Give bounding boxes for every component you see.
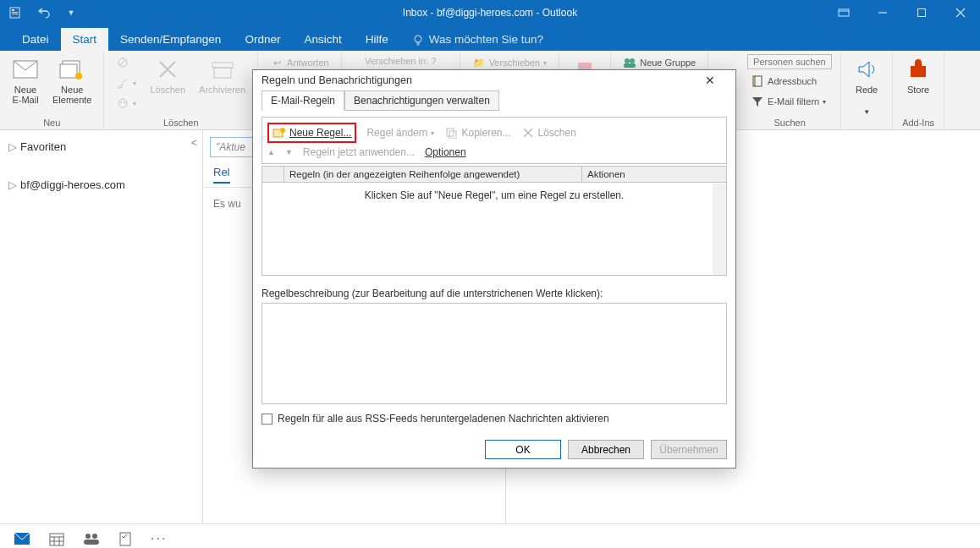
apply-button[interactable]: Übernehmen [651,440,727,459]
svg-point-22 [625,58,630,63]
dialog-toolbar: Neue Regel... Regel ändern ▾ Kopieren...… [262,117,727,164]
addressbook-button[interactable]: Adressbuch [747,73,832,90]
apply-rules-now-button[interactable]: Regeln jetzt anwenden... [303,146,415,158]
minimize-button[interactable] [863,0,902,25]
reply-label: Antworten [287,58,329,68]
more-nav-icon[interactable]: ··· [151,531,167,546]
options-button[interactable]: Optionen [425,146,466,158]
svg-rect-4 [839,9,849,16]
change-rule-button[interactable]: Regel ändern ▾ [366,127,434,139]
svg-point-44 [280,128,285,133]
expand-caret-icon: ▷ [8,178,17,191]
ribbon-group-rede: Rede▼ [841,51,893,129]
copy-rule-label: Kopieren... [461,127,510,139]
svg-point-7 [415,36,421,42]
group-label-suchen: Suchen [774,118,805,129]
expand-caret-icon: ▷ [8,140,17,153]
delete-rule-button[interactable]: Löschen [521,126,576,140]
collapse-pane-icon[interactable]: < [191,137,197,149]
tab-hilfe[interactable]: Hilfe [354,28,400,51]
ok-button[interactable]: OK [485,440,561,459]
dialog-close-button[interactable]: ✕ [693,74,727,87]
calendar-nav-icon[interactable] [49,531,64,546]
addressbook-label: Adressbuch [768,76,817,86]
new-group-button[interactable]: Neue Gruppe [619,54,699,71]
svg-rect-6 [918,9,926,17]
table-header: Regeln (in der angezeigten Reihenfolge a… [262,167,726,183]
close-button[interactable] [941,0,980,25]
speak-button[interactable]: Rede▼ [850,54,884,118]
group-label-loeschen: Löschen [163,118,199,129]
junk-button[interactable]: ▾ [113,95,140,112]
archive-button[interactable]: Archivieren [195,54,249,96]
copy-icon [444,126,458,140]
ribbon-options-icon[interactable] [824,0,863,25]
tab-datei[interactable]: Datei [10,28,61,51]
move-to-button[interactable]: Verschieben in: ? [361,54,439,68]
rss-checkbox[interactable] [262,414,273,425]
group-label-addins: Add-Ins [902,118,934,129]
delete-button[interactable]: Löschen [146,54,189,96]
dialog-body: Neue Regel... Regel ändern ▾ Kopieren...… [253,110,735,431]
nav-bar: ··· [0,523,980,548]
options-label: Optionen [425,146,466,158]
move-label: Verschieben [489,58,541,68]
folder-move-icon: 📁 [472,56,486,69]
tab-email-rules[interactable]: E-Mail-Regeln [262,90,344,111]
move-down-button[interactable]: ▼ [285,148,293,156]
rules-table: Regeln (in der angezeigten Reihenfolge a… [262,166,727,276]
tab-ansicht[interactable]: Ansicht [292,28,353,51]
reply-button[interactable]: ↩Antworten [267,54,333,71]
new-rule-button[interactable]: Neue Regel... [267,123,356,143]
svg-rect-46 [449,131,456,139]
delete-label: Löschen [150,85,185,95]
people-search-input[interactable]: Personen suchen [747,54,832,69]
tell-me[interactable]: Was möchten Sie tun? [400,28,555,51]
new-email-button[interactable]: Neue E-Mail [8,54,42,107]
svg-rect-3 [12,14,18,14]
favorites-row[interactable]: ▷Favoriten [0,135,202,158]
store-button[interactable]: Store [901,54,935,96]
mail-nav-icon[interactable] [14,532,30,545]
undo-icon[interactable] [34,3,54,23]
archive-icon [209,56,236,83]
table-scrollbar[interactable] [713,184,726,275]
ribbon-group-addins: Store Add-Ins [893,51,944,129]
tab-senden[interactable]: Senden/Empfangen [108,28,233,51]
qat-dropdown-icon[interactable]: ▼ [61,3,81,23]
svg-rect-2 [12,12,18,13]
dialog-tabs: E-Mail-Regeln Benachrichtigungen verwalt… [253,90,735,110]
copy-rule-button[interactable]: Kopieren... [444,126,510,140]
svg-point-16 [118,99,127,107]
account-row[interactable]: ▷bf@diggi-heroes.com [0,173,202,196]
empty-table-hint: Klicken Sie auf "Neue Regel", um eine Re… [262,183,726,208]
search-placeholder: "Aktue [216,141,245,153]
svg-rect-12 [60,64,77,78]
rss-checkbox-row[interactable]: Regeln für alle aus RSS-Feeds herunterge… [262,413,727,425]
move-up-button[interactable]: ▲ [267,148,275,156]
tab-ordner[interactable]: Ordner [233,28,292,51]
move-button[interactable]: 📁Verschieben▾ [469,54,551,71]
filter-label: E-Mail filtern [768,96,819,107]
filter-email-button[interactable]: E-Mail filtern▾ [747,93,832,110]
tab-notifications[interactable]: Benachrichtigungen verwalten [344,90,499,111]
folder-pane: ▷Favoriten ▷bf@diggi-heroes.com < [0,130,203,523]
ignore-icon [116,56,129,69]
app-icon [7,3,27,23]
svg-point-13 [75,73,82,79]
ignore-button[interactable] [113,54,140,71]
new-rule-icon [273,126,286,140]
cleanup-button[interactable]: ▾ [113,74,140,91]
apply-now-label: Regeln jetzt anwenden... [303,146,415,158]
tab-relevant[interactable]: Rel [213,166,230,184]
svg-point-34 [92,534,97,539]
people-nav-icon[interactable] [83,532,100,545]
tab-start[interactable]: Start [61,28,109,51]
rules-dialog: Regeln und Benachrichtigungen ✕ E-Mail-R… [252,69,736,469]
new-items-button[interactable]: Neue Elemente [49,54,95,107]
new-items-label: Neue Elemente [52,85,91,105]
description-label: Regelbeschreibung (zur Bearbeitung auf d… [262,288,727,299]
maximize-button[interactable] [902,0,941,25]
tasks-nav-icon[interactable] [118,531,132,546]
cancel-button[interactable]: Abbrechen [568,440,644,459]
